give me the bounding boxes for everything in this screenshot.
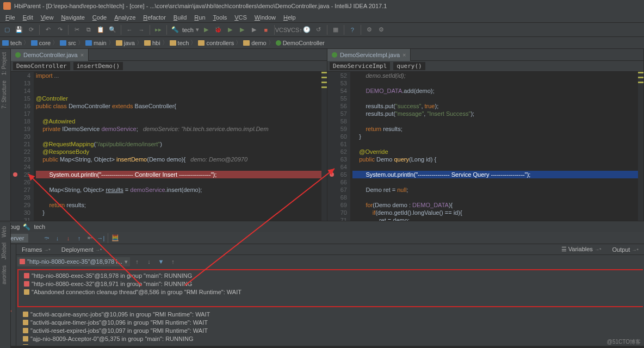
profile-icon[interactable]: ▶ — [237, 25, 247, 35]
menu-window[interactable]: Window — [251, 14, 279, 21]
markers-right[interactable] — [638, 72, 643, 221]
thread-item[interactable]: "activiti-reset-expired-jobs"@10,097 in … — [18, 327, 642, 335]
web-tool-tab[interactable]: Web — [0, 224, 8, 239]
menu-run[interactable]: Run — [191, 14, 208, 21]
output-tab[interactable]: Output →* — [606, 245, 644, 254]
editor-left: DemoController.java × DemoController ins… — [11, 49, 327, 221]
next-frame-icon[interactable]: ↓ — [144, 257, 154, 266]
gutter-left[interactable]: 4131415161718192021222324252627282930313… — [11, 72, 34, 221]
project-tool-tab[interactable]: 1: Project — [0, 50, 8, 77]
paste-icon[interactable]: 📋 — [96, 25, 106, 35]
thread-selector[interactable]: "http-nio-8080-exec-35"@18,978 i... ▾ — [17, 257, 130, 266]
jrebel-icon[interactable]: ⚙ — [364, 25, 374, 35]
coverage-icon[interactable]: ▶ — [225, 25, 235, 35]
menu-file[interactable]: File — [2, 14, 18, 21]
crumb-class[interactable]: DemoController — [13, 62, 70, 70]
thread-item[interactable]: "http-nio-8080-exec-32"@18,971 in group … — [20, 279, 642, 288]
run-config-select[interactable]: tech — [182, 27, 194, 33]
gutter-right[interactable]: 5253545556575859606162636465666768697071… — [327, 72, 350, 221]
breadcrumb-item[interactable]: src — [60, 40, 76, 46]
thread-item[interactable]: "http-nio-8080-exec-35"@18,978 in group … — [20, 271, 642, 279]
menu-view[interactable]: View — [38, 14, 57, 21]
expand-icon[interactable]: ↑ — [168, 257, 178, 266]
markers-left[interactable] — [321, 72, 327, 221]
build-icon[interactable]: ▸▸ — [153, 25, 163, 35]
menu-analyze[interactable]: Analyze — [111, 14, 139, 21]
suspended-icon — [20, 259, 25, 264]
thread-item[interactable]: "ajp-nio-8009-ClientPoller-0"@5,373 in g… — [18, 343, 642, 345]
thread-item[interactable]: "activiti-acquire-async-jobs"@10,095 in … — [18, 310, 642, 319]
sync-icon[interactable]: ⟳ — [26, 25, 36, 35]
vcs-update-icon[interactable]: VCS↓ — [278, 25, 288, 35]
thread-item[interactable]: "ajp-nio-8009-Acceptor-0"@5,375 in group… — [18, 335, 642, 343]
crumb-method[interactable]: query() — [393, 62, 425, 70]
breadcrumb-item[interactable]: main — [85, 40, 107, 46]
menu-edit[interactable]: Edit — [20, 14, 36, 21]
thread-item[interactable]: "activiti-acquire-timer-jobs"@10,096 in … — [18, 319, 642, 327]
crumb-class[interactable]: DemoServiceImpl — [330, 62, 390, 70]
close-icon[interactable]: × — [81, 52, 84, 58]
code-right[interactable]: demo.setId(id); DEMO_DATA.add(demo); res… — [350, 72, 638, 221]
frames-tab[interactable]: Frames →* — [16, 245, 56, 254]
breadcrumb-item[interactable]: DemoController — [276, 40, 325, 46]
open-icon[interactable]: ▢ — [2, 25, 12, 35]
save-icon[interactable]: 💾 — [14, 25, 24, 35]
copy-icon[interactable]: ⧉ — [84, 25, 94, 35]
forward-icon[interactable]: → — [137, 25, 146, 35]
vcs-history-icon[interactable]: 🕐 — [302, 25, 312, 35]
menu-code[interactable]: Code — [89, 14, 110, 21]
menu-build[interactable]: Build — [170, 14, 190, 21]
run-to-cursor-icon[interactable]: →| — [96, 233, 106, 243]
stop-icon[interactable]: ■ — [261, 25, 271, 35]
back-icon[interactable]: ← — [125, 25, 134, 35]
evaluate-icon[interactable]: 🧮 — [110, 233, 120, 243]
attach-icon[interactable]: ▶ — [249, 25, 259, 35]
breadcrumb-item[interactable]: core — [31, 40, 51, 46]
undo-icon[interactable]: ↶ — [43, 25, 53, 35]
help-icon[interactable]: ? — [348, 25, 357, 35]
step-over-icon[interactable]: ⤼ — [41, 233, 51, 243]
prev-frame-icon[interactable]: ↑ — [132, 257, 142, 266]
breadcrumb-item[interactable]: controllers — [198, 40, 234, 46]
menu-bar: FileEditViewNavigateCodeAnalyzeRefactorB… — [0, 12, 644, 23]
close-icon[interactable]: × — [403, 52, 406, 58]
structure-icon[interactable]: ▦ — [331, 25, 340, 35]
find-icon[interactable]: 🔍 — [108, 25, 117, 35]
menu-tools[interactable]: Tools — [210, 14, 231, 21]
filter-icon[interactable]: ▼ — [156, 257, 166, 266]
structure-tool-tab[interactable]: 7: Structure — [0, 78, 8, 111]
menu-help[interactable]: Help — [280, 14, 299, 21]
breadcrumb-item[interactable]: demo — [243, 40, 267, 46]
breadcrumb-item[interactable]: hbi — [144, 40, 160, 46]
xrebel-icon[interactable]: ⚙ — [376, 25, 386, 35]
favorites-tool-tab[interactable]: avorites — [0, 263, 8, 287]
class-icon — [332, 52, 337, 58]
thread-list[interactable]: "http-nio-8080-exec-35"@18,978 in group … — [17, 269, 643, 307]
menu-vcs[interactable]: VCS — [231, 14, 250, 21]
code-left[interactable]: import ... @Controllerpublic class DemoC… — [34, 72, 321, 221]
thread-list-rest[interactable]: "activiti-acquire-async-jobs"@10,095 in … — [17, 309, 643, 345]
menu-refactor[interactable]: Refactor — [140, 14, 169, 21]
app-icon — [3, 2, 11, 10]
cut-icon[interactable]: ✂ — [72, 25, 82, 35]
breadcrumb-item[interactable]: java — [116, 40, 135, 46]
variables-tab[interactable]: ☰ Variables →* — [556, 245, 607, 254]
step-out-icon[interactable]: ↑ — [74, 233, 84, 243]
thread-item[interactable]: "Abandoned connection cleanup thread"@8,… — [20, 288, 642, 296]
deployment-tab[interactable]: Deployment →* — [56, 245, 107, 254]
redo-icon[interactable]: ↷ — [55, 25, 65, 35]
breadcrumb-item[interactable]: tech — [2, 40, 22, 46]
force-step-icon[interactable]: ↓ — [63, 233, 73, 243]
tab-democontroller[interactable]: DemoController.java × — [11, 49, 89, 61]
jrebel-tool-tab[interactable]: JRebel — [0, 240, 8, 262]
menu-navigate[interactable]: Navigate — [58, 14, 88, 21]
breadcrumb-item[interactable]: tech — [170, 40, 189, 46]
debug-icon[interactable]: 🐞 — [213, 25, 223, 35]
vcs-commit-icon[interactable]: VCS↑ — [290, 25, 300, 35]
crumb-method[interactable]: insertDemo() — [73, 62, 123, 70]
tab-demoserviceimpl[interactable]: DemoServiceImpl.java × — [327, 49, 411, 61]
step-into-icon[interactable]: ↓ — [52, 233, 62, 243]
vcs-revert-icon[interactable]: ↺ — [314, 25, 324, 35]
run-icon[interactable]: ▶ — [201, 25, 211, 35]
drop-frame-icon[interactable]: ⇤ — [85, 233, 95, 243]
